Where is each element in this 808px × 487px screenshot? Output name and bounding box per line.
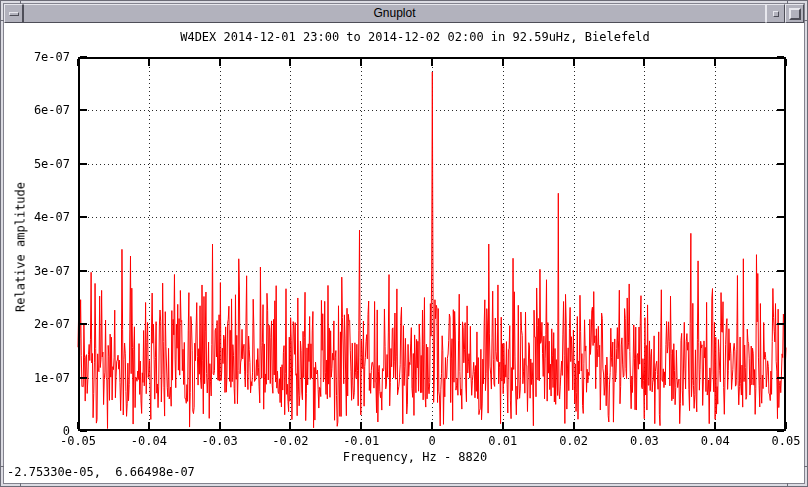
cursor-coordinates: -2.75330e-05, 6.66498e-07 — [7, 466, 195, 479]
iconify-icon — [773, 11, 779, 17]
y-tick-label: 7e-07 — [0, 50, 70, 64]
plot-title: W4DEX 2014-12-01 23:00 to 2014-12-02 02:… — [61, 31, 769, 44]
maximize-icon — [789, 8, 801, 20]
y-tick-label: 0 — [0, 424, 70, 438]
x-tick-label: -0.04 — [119, 434, 179, 448]
frame-notch[interactable] — [787, 483, 788, 487]
frame-notch[interactable] — [20, 483, 21, 487]
x-tick-label: 0.03 — [614, 434, 674, 448]
frame-notch[interactable] — [20, 0, 21, 4]
window-title: Gnuplot — [23, 4, 766, 23]
x-axis-label: Frequency, Hz - 8820 — [61, 451, 769, 464]
frame-notch[interactable] — [804, 20, 808, 21]
frame-notch[interactable] — [0, 20, 4, 21]
frame-notch[interactable] — [804, 466, 808, 467]
plot-canvas[interactable] — [0, 0, 808, 487]
x-tick-label: -0.01 — [331, 434, 391, 448]
maximize-button[interactable] — [785, 4, 804, 23]
y-tick-label: 6e-07 — [0, 103, 70, 117]
window-menu-button[interactable] — [4, 4, 23, 23]
x-tick-label: -0.03 — [190, 434, 250, 448]
y-tick-label: 5e-07 — [0, 157, 70, 171]
y-axis-label: Relative amplitude — [15, 182, 28, 312]
x-tick-label: -0.02 — [260, 434, 320, 448]
gnuplot-window: Gnuplot W4DEX 2014-12-01 23:00 to 2014-1… — [0, 0, 808, 487]
window-titlebar[interactable]: Gnuplot — [4, 4, 804, 23]
frame-notch[interactable] — [0, 466, 4, 467]
y-tick-label: 1e-07 — [0, 371, 70, 385]
y-tick-label: 3e-07 — [0, 264, 70, 278]
frame-notch[interactable] — [787, 0, 788, 4]
window-menu-dash-icon — [9, 12, 19, 16]
x-tick-label: 0.01 — [473, 434, 533, 448]
x-tick-label: 0.04 — [685, 434, 745, 448]
iconify-button[interactable] — [766, 4, 785, 23]
x-tick-label: 0 — [402, 434, 462, 448]
x-tick-label: 0.05 — [756, 434, 808, 448]
x-tick-label: 0.02 — [544, 434, 604, 448]
y-tick-label: 2e-07 — [0, 317, 70, 331]
y-tick-label: 4e-07 — [0, 210, 70, 224]
